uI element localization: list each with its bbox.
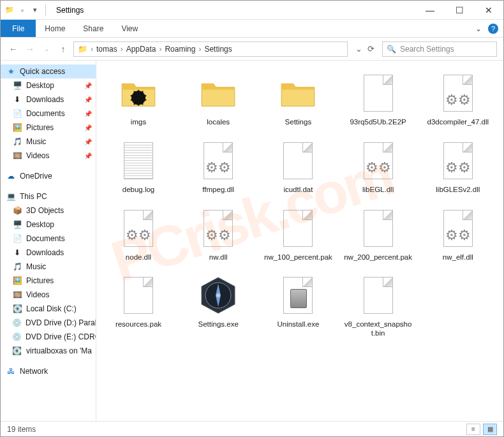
file-thumbnail <box>196 71 241 115</box>
sidebar-item[interactable]: ⬇Downloads📌 <box>1 93 96 107</box>
search-placeholder: Search Settings <box>400 45 454 54</box>
breadcrumb[interactable]: Roaming <box>165 45 195 54</box>
qat-dropdown-icon[interactable]: ▾ <box>30 5 40 15</box>
file-item[interactable]: ⚙⚙libEGL.dll <box>340 135 417 198</box>
network-icon: 🖧 <box>6 366 16 376</box>
sidebar-item-label: Documents <box>26 234 65 243</box>
breadcrumb[interactable]: Settings <box>204 45 232 54</box>
sidebar-item-label: Downloads <box>26 95 64 104</box>
address-bar[interactable]: 📁 › tomas › AppData › Roaming › Settings <box>73 41 348 57</box>
sidebar-item[interactable]: 🖼️Pictures <box>1 274 96 288</box>
refresh-icon[interactable]: ⟳ <box>367 44 374 54</box>
file-item[interactable]: ⚙⚙libGLESv2.dll <box>420 135 496 198</box>
sidebar-item[interactable]: 🎵Music <box>1 260 96 274</box>
pin-icon: 📌 <box>84 82 92 89</box>
file-item[interactable]: 93rq5d5Ub.2E2P <box>340 67 417 131</box>
this-pc[interactable]: 💻 This PC <box>1 189 96 204</box>
folder-icon: 📄 <box>12 108 22 119</box>
sidebar-item[interactable]: 💽virtualboxas on 'Ma <box>1 344 96 358</box>
pc-icon: 💻 <box>6 191 16 202</box>
file-name: 93rq5d5Ub.2E2P <box>350 118 406 127</box>
drive-icon: 💽 <box>12 304 22 314</box>
drive-icon: 💿 <box>12 318 22 328</box>
expand-ribbon-icon[interactable]: ⌄ <box>475 24 482 33</box>
search-input[interactable]: 🔍 Search Settings <box>382 41 497 57</box>
file-item[interactable]: ⚙⚙node.dll <box>100 202 177 266</box>
file-name: nw_100_percent.pak <box>264 253 332 262</box>
file-item[interactable]: Uninstall.exe <box>260 269 336 342</box>
file-item[interactable]: Settings.exe <box>180 269 256 342</box>
file-item[interactable]: imgs <box>100 67 177 131</box>
drive-icon: 📄 <box>12 233 22 244</box>
gear-icon: ⚙⚙ <box>126 227 151 244</box>
sidebar-item[interactable]: 🎞️Videos📌 <box>1 149 96 163</box>
forward-button[interactable]: → <box>24 43 36 56</box>
details-view-button[interactable]: ≡ <box>466 424 480 435</box>
address-bar-row: ← → ⌄ ↑ 📁 › tomas › AppData › Roaming › … <box>1 38 503 61</box>
pin-icon: 📌 <box>84 138 92 145</box>
sidebar-item-label: 3D Objects <box>26 206 64 215</box>
onedrive[interactable]: ☁ OneDrive <box>1 169 96 183</box>
tab-share[interactable]: Share <box>74 20 112 37</box>
sidebar-item-label: DVD Drive (E:) CDRO <box>26 332 96 341</box>
icons-view-button[interactable]: ▦ <box>483 424 497 435</box>
file-item[interactable]: nw_100_percent.pak <box>260 202 336 266</box>
sidebar-item[interactable]: 🎵Music📌 <box>1 135 96 149</box>
sidebar-item[interactable]: 🎞️Videos <box>1 288 96 302</box>
sidebar-item[interactable]: 📦3D Objects <box>1 204 96 218</box>
pin-icon: 📌 <box>84 110 92 117</box>
gear-icon: ⚙⚙ <box>445 92 471 108</box>
sidebar-item-label: DVD Drive (D:) Paral <box>26 318 96 327</box>
minimize-button[interactable]: — <box>415 1 445 20</box>
sidebar-item[interactable]: 📄Documents📌 <box>1 107 96 121</box>
tab-view[interactable]: View <box>112 20 147 37</box>
file-item[interactable]: ⚙⚙nw.dll <box>180 202 256 266</box>
sidebar-item-label: Local Disk (C:) <box>26 304 77 313</box>
maximize-button[interactable]: ☐ <box>445 1 474 20</box>
file-name: Uninstall.exe <box>277 320 319 329</box>
file-tab[interactable]: File <box>1 20 36 37</box>
folder-icon: 📁 <box>78 45 87 54</box>
file-item[interactable]: debug.log <box>100 135 177 198</box>
navigation-pane[interactable]: ★ Quick access 🖥️Desktop📌⬇Downloads📌📄Doc… <box>1 61 96 421</box>
breadcrumb[interactable]: tomas <box>96 45 117 54</box>
file-thumbnail <box>356 71 401 115</box>
up-button[interactable]: ↑ <box>57 43 70 56</box>
file-item[interactable]: v8_context_snapshot.bin <box>340 269 417 342</box>
file-thumbnail <box>196 273 241 318</box>
breadcrumb[interactable]: AppData <box>126 45 156 54</box>
file-thumbnail <box>276 71 320 115</box>
file-name: libGLESv2.dll <box>436 186 480 195</box>
file-name: Settings.exe <box>198 320 239 329</box>
help-icon[interactable]: ? <box>488 24 498 34</box>
drive-icon: 🎵 <box>12 262 22 272</box>
recent-dropdown[interactable]: ⌄ <box>40 43 53 56</box>
network[interactable]: 🖧 Network <box>1 364 96 378</box>
file-item[interactable]: ⚙⚙ffmpeg.dll <box>180 135 256 198</box>
quick-access[interactable]: ★ Quick access <box>1 64 96 78</box>
file-item[interactable]: icudtl.dat <box>260 135 336 198</box>
sidebar-item[interactable]: 💿DVD Drive (D:) Paral <box>1 316 96 330</box>
address-dropdown-icon[interactable]: ⌄ <box>355 44 362 54</box>
sidebar-item[interactable]: ⬇Downloads <box>1 246 96 260</box>
file-item[interactable]: nw_200_percent.pak <box>340 202 417 266</box>
sidebar-item[interactable]: 🖥️Desktop <box>1 218 96 232</box>
file-item[interactable]: ⚙⚙nw_elf.dll <box>420 202 496 266</box>
sidebar-item[interactable]: 🖥️Desktop📌 <box>1 78 96 93</box>
back-button[interactable]: ← <box>7 43 20 56</box>
sidebar-item[interactable]: 💿DVD Drive (E:) CDRO <box>1 330 96 344</box>
file-thumbnail <box>276 138 320 183</box>
close-button[interactable]: ✕ <box>474 1 503 20</box>
tab-home[interactable]: Home <box>36 20 74 37</box>
file-item[interactable]: locales <box>180 67 256 131</box>
file-item[interactable]: ⚙⚙d3dcompiler_47.dll <box>420 67 496 131</box>
properties-icon[interactable]: ▫ <box>17 5 27 15</box>
status-bar: 19 items ≡ ▦ <box>1 421 503 436</box>
file-item[interactable]: resources.pak <box>100 269 177 342</box>
sidebar-item[interactable]: 📄Documents <box>1 232 96 246</box>
sidebar-item[interactable]: 💽Local Disk (C:) <box>1 302 96 316</box>
sidebar-item[interactable]: 🖼️Pictures📌 <box>1 121 96 135</box>
file-item[interactable]: Settings <box>260 67 336 131</box>
sidebar-item-label: Desktop <box>26 220 54 229</box>
file-list[interactable]: imgs locales Settings93rq5d5Ub.2E2P⚙⚙d3d… <box>96 61 503 421</box>
